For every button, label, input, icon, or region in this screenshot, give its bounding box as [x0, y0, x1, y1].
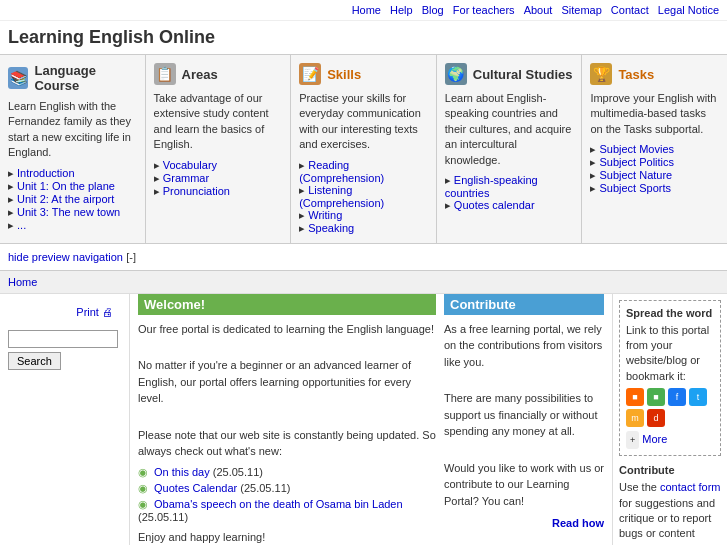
twitter-icon[interactable]: t	[689, 388, 707, 406]
welcome-para-3: Please note that our web site is constan…	[138, 427, 436, 460]
main-navigation: 📚 Language Course Learn English with the…	[0, 54, 727, 244]
search-input[interactable]	[8, 330, 118, 348]
spread-the-word-title: Spread the word	[626, 307, 714, 319]
facebook-icon[interactable]: f	[668, 388, 686, 406]
list-item: Subject Nature	[590, 169, 719, 182]
news-link-1[interactable]: On this day	[154, 466, 210, 478]
nav-language-course-title: 📚 Language Course	[8, 63, 137, 93]
bullet-icon: ◉	[138, 482, 148, 494]
contribute-side-box: Contribute Use the contact form for sugg…	[619, 464, 721, 545]
search-button[interactable]: Search	[8, 352, 61, 370]
news-link-2[interactable]: Quotes Calendar	[154, 482, 237, 494]
nav-sitemap[interactable]: Sitemap	[561, 4, 601, 16]
bullet-icon: ◉	[138, 466, 148, 478]
bookmark-icon[interactable]: ■	[647, 388, 665, 406]
hide-preview-link[interactable]: hide preview navigation	[8, 251, 123, 263]
nav-for-teachers[interactable]: For teachers	[453, 4, 515, 16]
top-navigation: Home Help Blog For teachers About Sitema…	[0, 0, 727, 21]
contribute-para-1: As a free learning portal, we rely on th…	[444, 321, 604, 371]
myspace-icon[interactable]: m	[626, 409, 644, 427]
nav-skills-title: 📝 Skills	[299, 63, 428, 85]
list-item: Unit 2: At the airport	[8, 193, 137, 206]
news-link-3[interactable]: Obama's speech on the death of Osama bin…	[154, 498, 403, 510]
welcome-section: Welcome! Our free portal is dedicated to…	[138, 294, 436, 545]
list-item: Subject Sports	[590, 182, 719, 195]
nav-cultural-studies: 🌍 Cultural Studies Learn about English-s…	[437, 55, 583, 243]
contribute-section: Contribute As a free learning portal, we…	[444, 294, 604, 545]
list-item: ...	[8, 219, 137, 232]
list-item: Unit 3: The new town	[8, 206, 137, 219]
breadcrumb-home[interactable]: Home	[8, 276, 37, 288]
nav-contact[interactable]: Contact	[611, 4, 649, 16]
cultural-studies-icon: 🌍	[445, 63, 467, 85]
right-sidebar: Spread the word Link to this portal from…	[612, 294, 727, 545]
news-items: ◉ On this day (25.05.11) ◉ Quotes Calend…	[138, 466, 436, 523]
list-item: Subject Movies	[590, 143, 719, 156]
contribute-header: Contribute	[444, 294, 604, 315]
enjoy-text: Enjoy and happy learning!	[138, 529, 436, 545]
nav-about[interactable]: About	[524, 4, 553, 16]
nav-home[interactable]: Home	[352, 4, 381, 16]
list-item: ◉ On this day (25.05.11)	[138, 466, 436, 479]
left-sidebar: Print 🖨 Search	[0, 294, 130, 545]
skills-icon: 📝	[299, 63, 321, 85]
nav-help[interactable]: Help	[390, 4, 413, 16]
list-item: Vocabulary	[154, 159, 283, 172]
tasks-links: Subject Movies Subject Politics Subject …	[590, 143, 719, 195]
skills-links: Reading (Comprehension) Listening (Compr…	[299, 159, 428, 235]
nav-tasks: 🏆 Tasks Improve your English with multim…	[582, 55, 727, 243]
contribute-side-title: Contribute	[619, 464, 721, 476]
language-course-icon: 📚	[8, 67, 28, 89]
welcome-para-2: No matter if you're a beginner or an adv…	[138, 357, 436, 407]
print-bar: Print 🖨	[8, 302, 121, 322]
spread-description: Link to this portal from your website/bl…	[626, 323, 714, 385]
content-wrapper: Print 🖨 Search Welcome! Our free portal …	[0, 294, 727, 545]
cultural-links: English-speaking countries Quotes calend…	[445, 174, 574, 212]
spread-the-word-box: Spread the word Link to this portal from…	[619, 300, 721, 457]
print-link[interactable]: Print 🖨	[76, 306, 113, 318]
digg-icon[interactable]: d	[647, 409, 665, 427]
tasks-icon: 🏆	[590, 63, 612, 85]
list-item: Introduction	[8, 167, 137, 180]
more-social-link[interactable]: More	[642, 433, 667, 445]
nav-tasks-title: 🏆 Tasks	[590, 63, 719, 85]
search-box: Search	[8, 330, 121, 370]
list-item: Writing	[299, 209, 428, 222]
print-label: Print	[76, 306, 99, 318]
list-item: Listening (Comprehension)	[299, 184, 428, 209]
social-icons-row: ■ ■ f t m d	[626, 388, 714, 427]
news-date-1: (25.05.11)	[213, 466, 263, 478]
list-item: Unit 1: On the plane	[8, 180, 137, 193]
list-item: Reading (Comprehension)	[299, 159, 428, 184]
news-date-3: (25.05.11)	[138, 511, 188, 523]
welcome-para-1: Our free portal is dedicated to learning…	[138, 321, 436, 338]
list-item: ◉ Quotes Calendar (25.05.11)	[138, 482, 436, 495]
list-item: Pronunciation	[154, 185, 283, 198]
language-course-links: Introduction Unit 1: On the plane Unit 2…	[8, 167, 137, 232]
main-content: Welcome! Our free portal is dedicated to…	[130, 294, 612, 545]
list-item: Subject Politics	[590, 156, 719, 169]
nav-skills: 📝 Skills Practise your skills for everyd…	[291, 55, 437, 243]
read-how-link[interactable]: Read how	[552, 517, 604, 529]
contact-form-link[interactable]: contact form	[660, 481, 721, 493]
nav-language-course: 📚 Language Course Learn English with the…	[0, 55, 146, 243]
contribute-para-2: There are many possibilities to support …	[444, 390, 604, 440]
welcome-header: Welcome!	[138, 294, 436, 315]
welcome-contribute-row: Welcome! Our free portal is dedicated to…	[138, 294, 604, 545]
rss-icon[interactable]: ■	[626, 388, 644, 406]
list-item: English-speaking countries	[445, 174, 574, 199]
news-date-2: (25.05.11)	[240, 482, 290, 494]
list-item: Quotes calendar	[445, 199, 574, 212]
contribute-para-3: Would you like to work with us or contri…	[444, 460, 604, 510]
nav-legal-notice[interactable]: Legal Notice	[658, 4, 719, 16]
print-icon: 🖨	[102, 306, 113, 318]
nav-blog[interactable]: Blog	[422, 4, 444, 16]
bookmark-more-icon[interactable]: +	[626, 431, 639, 449]
bullet-icon: ◉	[138, 498, 148, 510]
breadcrumb: Home	[0, 271, 727, 294]
areas-links: Vocabulary Grammar Pronunciation	[154, 159, 283, 198]
nav-areas: 📋 Areas Take advantage of our extensive …	[146, 55, 292, 243]
list-item: Grammar	[154, 172, 283, 185]
preview-nav-bracket: [-]	[126, 251, 136, 263]
areas-icon: 📋	[154, 63, 176, 85]
